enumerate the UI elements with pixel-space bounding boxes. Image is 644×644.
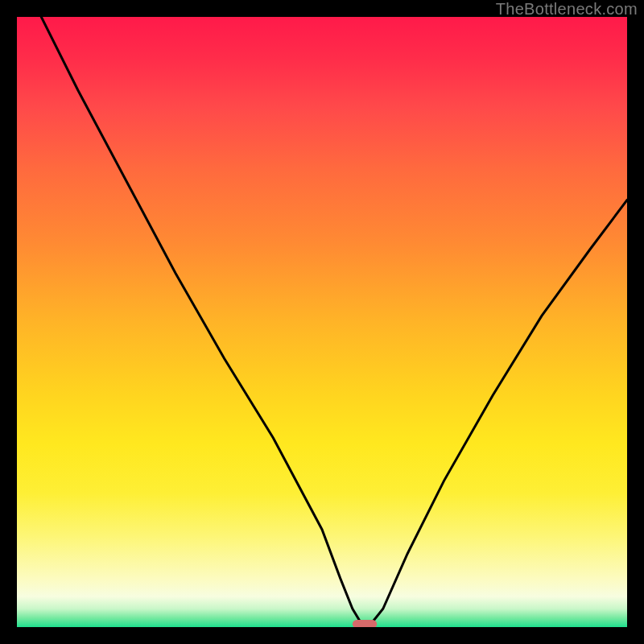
chart-frame: TheBottleneck.com [0,0,644,644]
watermark-text: TheBottleneck.com [496,0,638,19]
curve-svg [17,17,627,627]
bottleneck-curve [41,17,627,624]
min-marker [353,620,377,627]
plot-area [17,17,627,627]
